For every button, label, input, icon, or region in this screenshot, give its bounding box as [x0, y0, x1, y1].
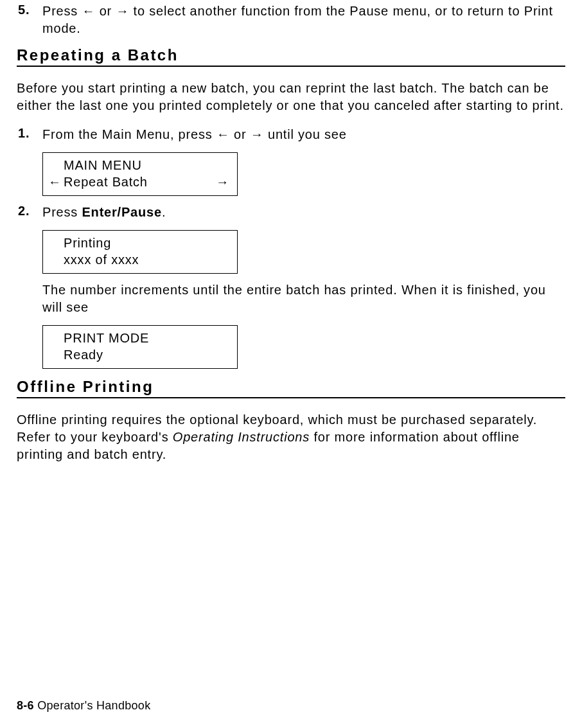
- spacer: [17, 281, 42, 316]
- right-arrow-icon: →: [251, 127, 264, 141]
- text: .: [162, 205, 166, 219]
- section-heading-repeating-batch: Repeating a Batch: [17, 46, 565, 67]
- intro-paragraph: Before you start printing a new batch, y…: [17, 80, 565, 114]
- left-arrow-icon: ←: [216, 127, 230, 141]
- operating-instructions-ref: Operating Instructions: [173, 430, 310, 444]
- text: or: [230, 127, 251, 141]
- enter-pause-label: Enter/Pause: [82, 205, 161, 219]
- step-body: From the Main Menu, press ← or → until y…: [42, 126, 565, 143]
- text: Press: [42, 205, 82, 219]
- page-number: 8-6: [17, 699, 34, 712]
- middle-paragraph: The number increments until the entire b…: [17, 281, 565, 316]
- left-arrow-icon: ←: [82, 4, 95, 18]
- step-2: 2. Press Enter/Pause.: [17, 204, 565, 221]
- step-number: 2.: [17, 204, 42, 221]
- text: Press: [42, 4, 82, 18]
- step-number: 5.: [17, 3, 42, 37]
- right-arrow-icon: →: [148, 173, 232, 190]
- page-footer: 8-6 Operator's Handbook: [17, 699, 150, 713]
- display-line: ← Repeat Batch →: [48, 173, 232, 190]
- display-line: PRINT MODE: [48, 330, 232, 346]
- text: From the Main Menu, press: [42, 127, 216, 141]
- section-heading-offline-printing: Offline Printing: [17, 378, 565, 398]
- step-5: 5. Press ← or → to select another functi…: [17, 3, 565, 37]
- step-body: Press Enter/Pause.: [42, 204, 565, 221]
- display-label: Repeat Batch: [60, 173, 148, 190]
- step-1: 1. From the Main Menu, press ← or → unti…: [17, 126, 565, 143]
- offline-paragraph: Offline printing requires the optional k…: [17, 411, 565, 463]
- display-main-menu: MAIN MENU ← Repeat Batch →: [42, 152, 238, 196]
- text: The number increments until the entire b…: [42, 281, 565, 316]
- display-print-mode: PRINT MODE Ready: [42, 325, 238, 369]
- step-body: Press ← or → to select another function …: [42, 3, 565, 37]
- text: until you see: [264, 127, 347, 141]
- display-line: Printing: [48, 235, 232, 251]
- footer-title: Operator's Handbook: [34, 699, 151, 712]
- page-content: 5. Press ← or → to select another functi…: [17, 0, 565, 463]
- right-arrow-icon: →: [116, 4, 129, 18]
- display-line: MAIN MENU: [48, 157, 232, 173]
- left-arrow-icon: ←: [48, 173, 60, 190]
- step-number: 1.: [17, 126, 42, 143]
- display-line: Ready: [48, 346, 232, 363]
- display-line: xxxx of xxxx: [48, 251, 232, 268]
- text: or: [95, 4, 116, 18]
- display-printing: Printing xxxx of xxxx: [42, 230, 238, 274]
